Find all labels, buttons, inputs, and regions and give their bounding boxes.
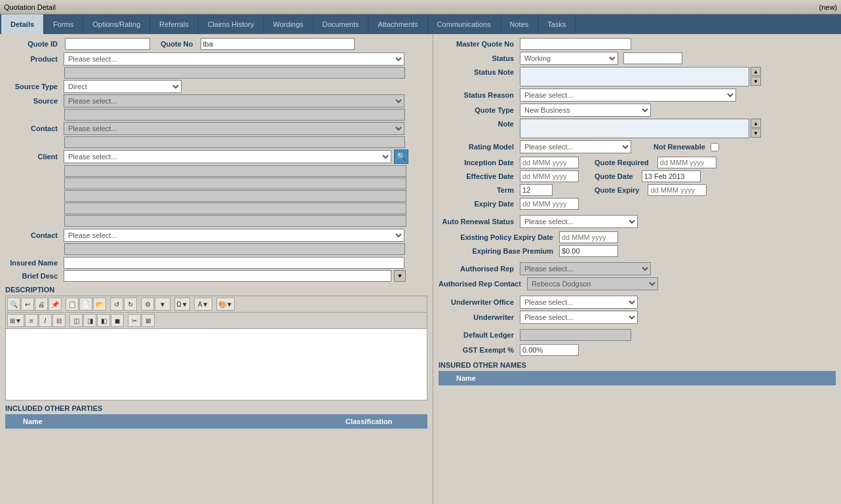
insured-name-input[interactable] (64, 257, 404, 269)
iop-section-header: INCLUDED OTHER PARTIES (5, 404, 427, 412)
term-label: Term (439, 186, 517, 194)
tab-referrals[interactable]: Referrals (150, 14, 199, 34)
status-note-textarea[interactable] (520, 67, 749, 87)
not-renewable-checkbox[interactable] (711, 143, 719, 151)
quote-no-input[interactable] (201, 38, 355, 50)
quote-date-input[interactable] (642, 170, 701, 182)
client-search-btn[interactable]: 🔍 (394, 149, 408, 164)
window-title: Quotation Detail (4, 3, 56, 11)
note-scroll-up[interactable]: ▲ (751, 119, 761, 128)
underwriter-office-select[interactable]: Please select... (520, 296, 638, 309)
toolbar-btn-table[interactable]: ⊞▼ (7, 314, 24, 327)
underwriter-select[interactable]: Please select... (520, 311, 638, 324)
description-section-header: DESCRIPTION (5, 286, 427, 294)
brief-desc-expand-btn[interactable]: ▼ (394, 270, 406, 282)
tab-notes[interactable]: Notes (501, 14, 539, 34)
status-note-label: Status Note (439, 68, 517, 76)
toolbar-btn-omega[interactable]: Ω▼ (174, 298, 190, 311)
term-input[interactable] (520, 184, 553, 196)
toolbar-btn-align-right[interactable]: ◨ (83, 314, 96, 327)
auto-renewal-label: Auto Renewal Status (439, 218, 517, 225)
inception-date-label: Inception Date (439, 159, 517, 166)
master-quote-no-input[interactable] (520, 38, 631, 50)
status-note-scroll-down[interactable]: ▼ (751, 77, 761, 86)
tab-tasks[interactable]: Tasks (538, 14, 576, 34)
toolbar-btn-align-left[interactable]: ◫ (69, 314, 83, 327)
authorised-rep-select[interactable]: Please select... (520, 262, 651, 275)
toolbar-btn-paste[interactable]: 📄 (79, 298, 92, 311)
tab-claims-history[interactable]: Claims History (199, 14, 264, 34)
contact-select[interactable]: Please select... (64, 122, 404, 135)
client-contact-select[interactable]: Please select... (64, 229, 404, 242)
effective-date-label: Effective Date (439, 172, 517, 180)
source-type-select[interactable]: Direct (64, 80, 182, 93)
quote-type-select[interactable]: New Business (520, 104, 651, 117)
main-content: Quote ID Quote No Product Please select.… (0, 34, 841, 504)
existing-policy-expiry-label: Existing Policy Expiry Date (439, 233, 557, 241)
gst-exempt-input[interactable] (520, 344, 579, 356)
toolbar-btn-fill[interactable]: ◼ (111, 314, 124, 327)
tab-bar: Details Forms Options/Rating Referrals C… (0, 14, 841, 34)
underwriter-office-label: Underwriter Office (439, 298, 517, 306)
toolbar-btn-font-color[interactable]: A▼ (194, 298, 212, 311)
tab-forms[interactable]: Forms (44, 14, 83, 34)
inception-date-input[interactable] (520, 157, 579, 168)
toolbar-btn-grid[interactable]: ⊠ (142, 314, 155, 327)
product-select[interactable]: Please select... (64, 52, 404, 66)
expiring-base-premium-input[interactable] (559, 245, 618, 257)
toolbar-btn-cut[interactable]: ✂ (128, 314, 141, 327)
tab-wordings[interactable]: Wordings (264, 14, 313, 34)
status-select[interactable]: Working (520, 52, 618, 65)
tab-documents[interactable]: Documents (313, 14, 369, 34)
quote-required-input[interactable] (657, 157, 716, 168)
status-date-input[interactable] (623, 52, 682, 64)
tab-options-rating[interactable]: Options/Rating (83, 14, 150, 34)
toolbar-btn-italic[interactable]: I (39, 314, 52, 327)
note-textarea[interactable] (520, 119, 749, 138)
status-reason-select[interactable]: Please select... (520, 88, 736, 102)
iop-col-name-header: Name (20, 417, 342, 425)
rating-model-select[interactable]: Please select... (520, 140, 631, 153)
gst-exempt-label: GST Exempt % (439, 346, 517, 354)
toolbar-btn-highlight[interactable]: 🎨▼ (216, 298, 235, 311)
quote-no-label: Quote No (161, 40, 197, 48)
toolbar-btn-open[interactable]: 📂 (93, 298, 106, 311)
toolbar-btn-undo[interactable]: ↺ (110, 298, 123, 311)
toolbar-btn-copy[interactable]: 📋 (66, 298, 79, 311)
toolbar-btn-settings2[interactable]: ▼ (155, 298, 170, 311)
effective-date-input[interactable] (520, 170, 579, 182)
toolbar-btn-print[interactable]: 🖨 (35, 298, 48, 311)
toolbar-btn-settings[interactable]: ⚙ (141, 298, 154, 311)
toolbar-btn-search[interactable]: 🔍 (7, 298, 20, 311)
source-select[interactable]: Please select... (64, 94, 404, 107)
default-ledger-label: Default Ledger (439, 331, 517, 339)
auto-renewal-select[interactable]: Please select... (520, 215, 638, 228)
authorised-rep-contact-select[interactable]: Rebecca Dodgson (527, 277, 658, 290)
quote-expiry-input[interactable] (648, 184, 707, 196)
existing-policy-expiry-input[interactable] (559, 231, 618, 243)
iop-col-class-header: Classification (342, 417, 427, 425)
quote-id-input[interactable] (65, 38, 150, 50)
master-quote-no-label: Master Quote No (439, 40, 517, 48)
note-scroll-down[interactable]: ▼ (751, 128, 761, 138)
underwriter-label: Underwriter (439, 313, 517, 321)
tab-communications[interactable]: Communications (428, 14, 501, 34)
toolbar-btn-pin[interactable]: 📌 (49, 298, 62, 311)
expiry-date-input[interactable] (520, 198, 579, 210)
tab-details[interactable]: Details (1, 14, 44, 34)
insured-name-label: Insured Name (5, 259, 61, 267)
status-note-scroll-up[interactable]: ▲ (751, 67, 761, 76)
toolbar-btn-strikethrough[interactable]: ⊟ (52, 314, 66, 327)
toolbar-btn-col1[interactable]: ≡ (25, 314, 38, 327)
brief-desc-input[interactable] (64, 270, 391, 282)
toolbar-btn-redo[interactable]: ↻ (124, 298, 137, 311)
client-select[interactable]: Please select... (64, 150, 391, 163)
quote-type-label: Quote Type (439, 106, 517, 114)
tab-attachments[interactable]: Attachments (368, 14, 427, 34)
toolbar-btn-align-center[interactable]: ◧ (97, 314, 110, 327)
toolbar-btn-undo2[interactable]: ↩ (21, 298, 34, 311)
description-editor[interactable] (5, 328, 427, 400)
ion-col-name-header: Name (453, 374, 836, 382)
source-label: Source (5, 97, 61, 105)
source-type-label: Source Type (5, 83, 61, 90)
